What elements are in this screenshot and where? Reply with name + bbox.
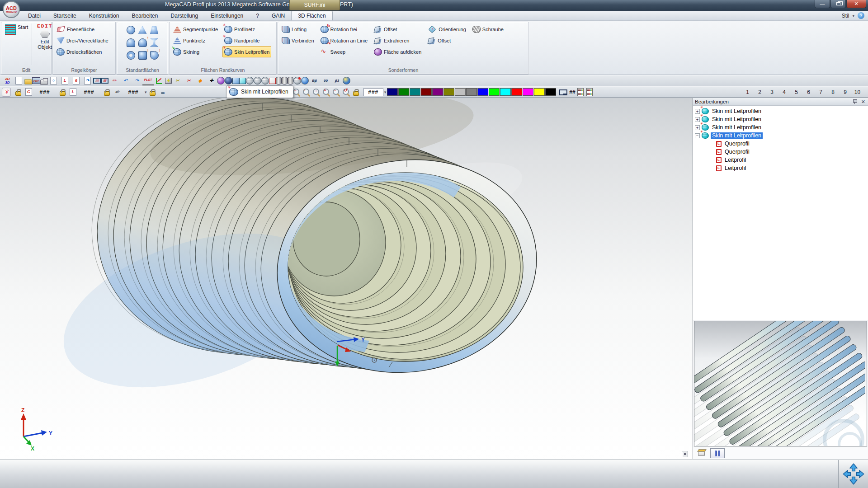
cylinder3-icon[interactable] [288,77,293,84]
sphere-marked-icon[interactable] [293,77,301,84]
layer-button[interactable]: 2 [754,88,766,96]
cylinder2-icon[interactable] [282,77,288,84]
color-select-field[interactable]: ### [363,88,383,96]
box-red-icon[interactable] [269,78,276,84]
menu-item[interactable]: 3D Flächen [291,11,332,20]
color-swatch[interactable] [466,88,477,96]
globe-icon[interactable] [343,77,350,84]
snap-asterisk-icon[interactable]: ✳ [2,88,11,97]
ribbon-button[interactable]: Extrahieren [372,35,423,46]
field-1[interactable]: ### [34,89,55,95]
tree-expander[interactable]: + [695,125,700,130]
color-swatch[interactable] [410,88,420,96]
ribbon-button[interactable]: Offset [372,23,423,35]
tree-item[interactable]: + Skin mit Leitprofilen [695,107,867,115]
close-button[interactable]: ✕ [846,0,866,8]
color-swatch[interactable] [523,88,533,96]
color-swatch[interactable] [489,88,500,96]
zoom-in-icon[interactable]: + [321,87,331,97]
erase-pen-icon[interactable]: ✏ [108,76,120,85]
ribbon-button[interactable]: Segmentpunkte [171,23,220,35]
sphere-icon[interactable] [127,26,135,34]
screen-mesh-icon[interactable]: ▦ [101,78,108,84]
hemisphere-icon[interactable] [127,38,135,47]
tree-item[interactable]: + Skin mit Leitprofilen [695,115,867,123]
color-swatch[interactable] [477,88,488,96]
menu-item[interactable]: Bearbeiten [125,11,164,20]
ribbon-button[interactable]: Sweep [319,46,370,57]
dome-icon[interactable] [138,38,147,47]
palette-column2-icon[interactable] [586,88,593,96]
ribbon-button[interactable]: Rotation an Linie [319,35,370,46]
minimize-button[interactable]: — [815,0,830,8]
megacad-logo-icon[interactable]: ACD MegaCAD [3,1,20,18]
pan-control[interactable] [838,460,868,488]
color-swatch[interactable] [421,88,432,96]
page-6-icon[interactable]: 6 [73,77,80,84]
tree-item[interactable]: + Skin mit Leitprofilen [695,123,867,131]
mesh-sphere2-icon[interactable] [254,77,261,84]
tab-pins[interactable] [710,448,725,458]
color-swatch[interactable] [500,88,511,96]
print-preview-icon[interactable]: ○ [50,77,57,84]
tree-item[interactable]: − Skin mit Leitprofilen [695,131,867,140]
layer-button[interactable]: 10 [851,88,863,96]
style-menu[interactable]: Stil [842,13,849,19]
panel-close-icon[interactable]: ✕ [860,99,866,105]
layer-button[interactable]: 6 [802,88,815,96]
box-icon[interactable] [138,51,147,60]
menu-item[interactable]: Darstellung [164,11,204,20]
menu-item[interactable]: Einstellungen [204,11,250,20]
undo-icon[interactable]: ↶ [120,76,131,85]
axes-icon[interactable] [154,76,165,85]
color-swatch[interactable] [443,88,454,96]
restore-button[interactable] [830,0,846,8]
double-hash[interactable]: ## [567,89,577,95]
tab-model[interactable] [694,448,708,458]
ribbon-button[interactable]: Orientierung [426,23,468,35]
field-2[interactable]: ### [79,89,99,95]
mesh-sphere-icon[interactable] [246,77,254,84]
mesh-sphere3-icon[interactable] [261,77,269,84]
cube-blue-icon[interactable] [232,78,239,84]
menu-item[interactable]: GAIN [265,11,291,20]
cube-cyan-icon[interactable] [239,78,246,84]
layer-button[interactable]: 5 [790,88,802,96]
open-file-icon[interactable] [24,79,32,84]
tree-item[interactable]: Leitprofil [695,164,867,172]
spool-icon[interactable] [150,38,159,47]
color-swatch[interactable] [455,88,466,96]
pin-icon[interactable] [852,99,858,104]
mode-2d3d-icon[interactable]: 2D3D [2,76,13,85]
zoom-previous-icon[interactable]: ↺ [341,87,351,97]
torus-icon[interactable] [127,51,135,60]
spherebox-icon[interactable] [150,51,159,60]
color-swatch[interactable] [534,88,545,96]
ribbon-button[interactable]: Punktnetz [171,35,220,46]
viewport-corner-button[interactable] [682,451,688,457]
ribbon-button[interactable]: Schraube [471,23,505,35]
field-3[interactable]: ### [123,89,144,95]
layer-button[interactable]: 4 [778,88,790,96]
doc-g-icon[interactable]: G [25,88,32,96]
dim-text-icon[interactable]: Bβ [309,76,320,85]
tree-expander[interactable]: + [695,109,700,114]
doc-l-icon[interactable]: L [70,88,76,96]
hamburger-icon[interactable]: ≡ [157,87,169,97]
ribbon-button[interactable]: Offset [426,35,468,46]
color-swatch[interactable] [511,88,522,96]
pencil-icon[interactable]: ✏ [112,87,123,97]
lock-icon[interactable] [150,91,156,96]
page-export-icon[interactable]: ↷ [84,77,91,84]
menu-item[interactable]: Datei [22,11,47,20]
measure-icon[interactable]: ✚ [206,76,217,85]
lock-icon[interactable] [15,91,21,96]
zoom-window-icon[interactable]: ▫ [302,87,311,97]
sphere-purple-icon[interactable] [217,77,225,84]
menu-item[interactable]: ? [250,11,265,20]
ribbon-button[interactable]: Ebenefläche [55,23,110,35]
lock-icon[interactable] [353,91,359,96]
lock-icon[interactable] [104,91,110,96]
document-tab[interactable]: SURF.ini [289,0,340,10]
ribbon-button[interactable]: Randprofile [222,35,271,46]
